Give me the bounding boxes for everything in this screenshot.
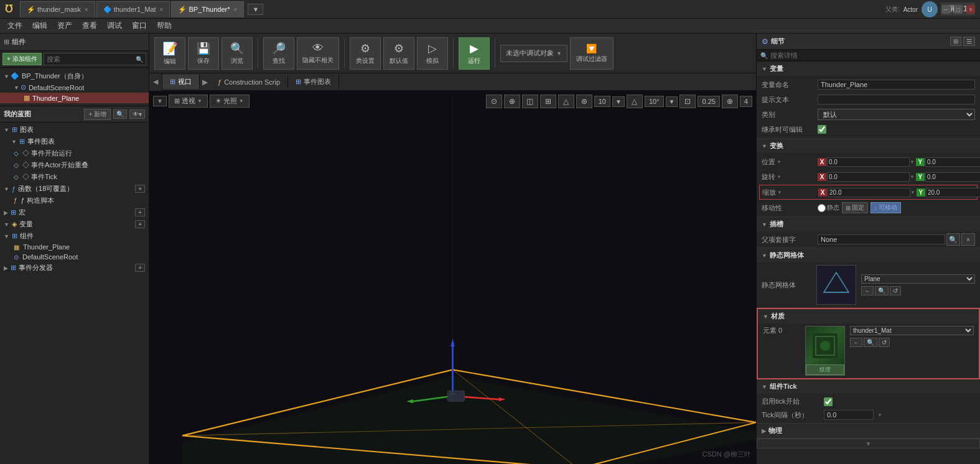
mesh-back-btn[interactable]: ←	[861, 286, 874, 295]
details-search-input[interactable]	[770, 52, 976, 59]
func-add-button[interactable]: +	[135, 185, 145, 193]
mesh-reset-btn[interactable]: ↺	[890, 286, 901, 295]
scale-x-input[interactable]	[828, 188, 910, 197]
var-tooltip-input[interactable]	[818, 95, 975, 104]
bp-section-functions[interactable]: ▼ ƒ 函数（18可覆盖） +	[0, 183, 149, 195]
save-button[interactable]: 💾 保存	[188, 37, 219, 70]
vp-down-btn[interactable]: ▼	[153, 96, 167, 106]
menu-window[interactable]: 窗口	[127, 19, 152, 32]
bp-section-macros[interactable]: ▶ ⊞ 宏 +	[0, 206, 149, 218]
var-name-input[interactable]	[818, 80, 975, 90]
pos-y-input[interactable]	[925, 157, 980, 167]
component-search-input[interactable]	[47, 55, 136, 63]
tab-thunder-mask[interactable]: ⚡ thunder_mask ×	[20, 1, 95, 17]
tree-item-bp-thunder[interactable]: ▼ 🔷 BP_Thunder（自身）	[0, 70, 149, 82]
tree-item-default-scene-root[interactable]: ▼ ⊙ DefaultSceneRoot	[0, 82, 149, 93]
scroll-down-arrow[interactable]: ▼	[757, 438, 980, 448]
tab-close-bp-thunder[interactable]: ×	[234, 6, 238, 13]
rot-y-input[interactable]	[925, 172, 980, 182]
slot-search-btn[interactable]: 🔍	[946, 233, 960, 246]
menu-view[interactable]: 查看	[77, 19, 102, 32]
mesh-name-select[interactable]: Plane	[861, 274, 975, 284]
vp-angle-arr[interactable]: ▼	[666, 96, 678, 107]
mat-search-btn[interactable]: 🔍	[864, 338, 877, 347]
scale-x-arr[interactable]: ▼	[910, 190, 915, 195]
vp-grid-num[interactable]: 10	[594, 96, 610, 107]
bp-search-button[interactable]: 🔍	[113, 109, 127, 119]
var-add-button[interactable]: +	[135, 220, 145, 228]
window-btn-maximize[interactable]: □	[954, 5, 963, 14]
vp-grid-arr[interactable]: ▼	[612, 96, 625, 107]
browse-button[interactable]: 🔍 浏览	[222, 37, 253, 70]
bp-sub-event-graph[interactable]: ▼ ⊞ 事件图表	[0, 136, 149, 147]
bp-new-button[interactable]: + 新增	[84, 109, 111, 120]
vp-perspective-btn[interactable]: ⊞ 透视 ▼	[169, 95, 208, 108]
vp-icon-btn-3[interactable]: ◫	[522, 95, 538, 108]
run-button[interactable]: ▶ 运行	[459, 37, 490, 70]
window-btn-close[interactable]: ×	[966, 5, 975, 14]
mat-back-btn[interactable]: ←	[850, 338, 862, 347]
physics-section-header[interactable]: ▶ 物理	[757, 424, 980, 438]
defaults-button[interactable]: ⚙ 默认值	[383, 37, 414, 70]
bp-node-default-scene-root-comp[interactable]: ⊙ DefaultSceneRoot	[0, 252, 149, 262]
simulate-button[interactable]: ▷ 模拟	[417, 37, 448, 70]
vp-icon-btn-5[interactable]: △	[558, 95, 574, 108]
menu-file[interactable]: 文件	[2, 19, 27, 32]
vp-scale-num[interactable]: 0.25	[698, 96, 719, 107]
debug-target-box[interactable]: 未选中调试对象 ▼	[500, 45, 567, 62]
expand-left-btn[interactable]: ◀	[149, 73, 162, 91]
debug-filter-button[interactable]: 🔽 调试过滤器	[570, 37, 614, 70]
scale-y-input[interactable]	[926, 188, 980, 197]
transform-section-header[interactable]: ▼ 变换	[757, 139, 980, 153]
macro-add-button[interactable]: +	[135, 208, 145, 216]
compile-button[interactable]: 📝 编辑	[154, 37, 185, 70]
pos-x-arr[interactable]: ▼	[910, 159, 915, 165]
vp-icon-btn-7[interactable]: △	[627, 95, 643, 108]
static-mesh-section-header[interactable]: ▼ 静态网格体	[757, 248, 980, 262]
add-component-button[interactable]: + 添加组件	[2, 53, 42, 65]
vp-icon-btn-2[interactable]: ⊕	[504, 95, 520, 108]
details-layout-btn-2[interactable]: ☰	[963, 37, 975, 46]
menu-edit[interactable]: 编辑	[27, 19, 52, 32]
bp-section-graph[interactable]: ▼ ⊞ 图表	[0, 124, 149, 136]
mat-name-select[interactable]: thunder1_Mat	[850, 326, 974, 335]
variables-section-header[interactable]: ▼ 变量	[757, 62, 980, 76]
slot-clear-btn[interactable]: ×	[961, 233, 975, 246]
hide-button[interactable]: 👁 隐藏不相关	[297, 37, 339, 70]
bp-section-variables[interactable]: ▼ ◈ 变量 +	[0, 218, 149, 230]
menu-help[interactable]: 帮助	[152, 19, 177, 32]
material-section-header[interactable]: ▼ 材质	[758, 309, 979, 323]
mobility-static[interactable]: 静态	[818, 203, 839, 212]
vp-icon-btn-1[interactable]: ⊙	[486, 95, 502, 108]
bp-node-event-tick[interactable]: ◇ ◇ 事件Tick	[0, 171, 149, 183]
pos-x-input[interactable]	[827, 157, 910, 167]
bp-node-thunder-plane-comp[interactable]: ▦ Thunder_Plane	[0, 242, 149, 252]
bp-node-event-overlap[interactable]: ◇ ◇ 事件Actor开始重叠	[0, 159, 149, 171]
var-editable-checkbox[interactable]	[818, 125, 826, 134]
tree-item-thunder-plane[interactable]: ▦ Thunder_Plane	[0, 93, 149, 103]
tick-interval-arr[interactable]: ▼	[877, 412, 882, 418]
tab-thunder-mat[interactable]: 🔷 thunder1_Mat ×	[96, 1, 170, 17]
menu-assets[interactable]: 资产	[52, 19, 77, 32]
tick-interval-input[interactable]	[824, 410, 874, 420]
bp-section-components[interactable]: ▼ ⊞ 组件	[0, 230, 149, 242]
vp-tab-event-graph[interactable]: ⊞ 事件图表	[288, 75, 339, 89]
mesh-search-btn[interactable]: 🔍	[875, 286, 889, 295]
rot-x-arr[interactable]: ▼	[910, 174, 915, 180]
comp-tick-section-header[interactable]: ▼ 组件Tick	[757, 379, 980, 394]
vp-lighting-btn[interactable]: ☀ 光照 ▼	[210, 95, 250, 108]
tab-dropdown-arrow[interactable]: ▼	[248, 4, 263, 15]
mobility-movable-btn[interactable]: ↕ 可移动	[870, 202, 901, 213]
bp-node-construct-script[interactable]: ƒ ƒ 构造脚本	[0, 195, 149, 206]
vp-tab-expand-arrow[interactable]: ▶	[200, 78, 210, 86]
window-btn-minimize[interactable]: ─	[941, 5, 950, 14]
bp-eye-button[interactable]: 👁▾	[129, 109, 145, 119]
slot-section-header[interactable]: ▼ 插槽	[757, 217, 980, 231]
rot-x-input[interactable]	[827, 172, 910, 182]
class-settings-button[interactable]: ⚙ 类设置	[350, 37, 381, 70]
mat-thumb-btn[interactable]: 纹理	[806, 364, 844, 375]
slot-input[interactable]	[818, 234, 945, 244]
mobility-fixed-btn[interactable]: ⊞ 固定	[842, 202, 868, 213]
bp-node-event-begin[interactable]: ◇ ◇ 事件开始运行	[0, 147, 149, 159]
tab-close-thunder-mask[interactable]: ×	[85, 6, 88, 13]
